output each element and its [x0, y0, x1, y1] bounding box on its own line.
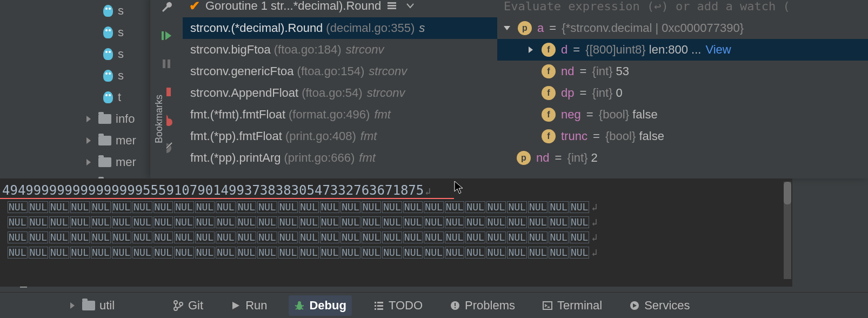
terminal-tool-button[interactable]: Terminal — [537, 295, 607, 316]
svg-rect-25 — [375, 308, 376, 310]
stack-frame[interactable]: strconv.AppendFloat (ftoa.go:54)strconv — [183, 82, 497, 104]
debug-settings-button[interactable] — [159, 0, 174, 15]
svg-rect-22 — [377, 302, 383, 303]
wrench-icon — [160, 1, 173, 14]
git-tool-button[interactable]: Git — [168, 295, 209, 316]
nul-char: NUL — [424, 216, 444, 228]
nul-char: NUL — [278, 231, 298, 243]
project-folder[interactable]: info — [0, 108, 173, 130]
nul-char: NUL — [340, 247, 360, 259]
resume-icon — [160, 29, 173, 42]
nul-char: NUL — [507, 247, 527, 259]
nul-char: NUL — [112, 247, 132, 259]
evaluate-expression-input[interactable]: Evaluate expression (↩) or add a watch ( — [497, 0, 868, 17]
nul-char: NUL — [486, 247, 506, 259]
check-icon: ✔ — [189, 0, 200, 14]
variable-name: dp — [561, 86, 574, 100]
todo-tool-button[interactable]: TODO — [368, 295, 428, 316]
project-file[interactable]: s — [0, 22, 173, 43]
project-folder[interactable]: mer — [0, 151, 173, 173]
stack-frame[interactable]: fmt.(*fmt).fmtFloat (format.go:496)fmt — [183, 104, 497, 125]
nul-char: NUL — [49, 231, 69, 243]
nul-char: NUL — [403, 247, 423, 259]
nul-char: NUL — [195, 216, 215, 228]
nul-char: NUL — [382, 231, 402, 243]
project-folder[interactable]: util — [32, 299, 151, 313]
nul-char: NUL — [237, 231, 257, 243]
nul-char: NUL — [403, 216, 423, 228]
nul-char: NUL — [278, 201, 298, 213]
services-tool-button[interactable]: Services — [624, 295, 695, 316]
nul-char: NUL — [320, 216, 340, 228]
nul-char: NUL — [362, 216, 382, 228]
services-icon — [629, 300, 640, 311]
stack-frame[interactable]: fmt.(*pp).fmtFloat (print.go:408)fmt — [183, 125, 497, 147]
stack-frame[interactable]: strconv.(*decimal).Round (decimal.go:355… — [183, 17, 497, 39]
play-icon — [230, 300, 241, 311]
editor-text-line: NULNULNULNULNULNULNULNULNULNULNULNULNULN… — [0, 213, 792, 228]
variable-row[interactable]: fnd = {int} 53 — [497, 61, 868, 82]
view-link[interactable]: View — [705, 43, 731, 56]
frame-package: s — [419, 21, 425, 35]
file-label: t — [118, 90, 121, 104]
variables-column: Evaluate expression (↩) or add a watch (… — [497, 0, 868, 178]
variable-row[interactable]: pnd = {int} 2 — [497, 147, 868, 169]
variable-row[interactable]: ftrunc = {bool} false — [497, 125, 868, 147]
project-file[interactable]: t — [0, 87, 173, 108]
chevron-down-icon — [406, 3, 415, 9]
svg-rect-1 — [163, 59, 165, 68]
editor-scrollbar-thumb[interactable] — [784, 182, 791, 204]
svg-line-17 — [295, 306, 297, 306]
go-file-icon — [103, 4, 113, 17]
nul-char: NUL — [112, 216, 132, 228]
folder-icon — [98, 114, 111, 124]
frames-thread-selector[interactable]: ✔ Goroutine 1 str...*decimal).Round — [183, 0, 497, 17]
nul-char: NUL — [549, 216, 569, 228]
debug-panel: ✔ Goroutine 1 str...*decimal).Round strc… — [150, 0, 868, 178]
variable-row[interactable]: pa = {*strconv.decimal | 0xc000077390} — [497, 17, 868, 39]
nul-char: NUL — [195, 201, 215, 213]
project-folder[interactable]: mer — [0, 173, 173, 178]
project-folder[interactable]: mer — [0, 130, 173, 151]
nul-char: NUL — [570, 201, 590, 213]
project-file[interactable]: s — [0, 0, 173, 22]
stack-frame[interactable]: strconv.genericFtoa (ftoa.go:154)strconv — [183, 61, 497, 82]
nul-char: NUL — [299, 216, 319, 228]
stack-frame[interactable]: fmt.(*pp).printArg (print.go:666)fmt — [183, 147, 497, 169]
variable-row[interactable]: fneg = {bool} false — [497, 104, 868, 125]
nul-char: NUL — [8, 231, 28, 243]
svg-line-18 — [302, 306, 304, 306]
frames-column: ✔ Goroutine 1 str...*decimal).Round strc… — [183, 0, 497, 178]
project-file[interactable]: s — [0, 65, 173, 87]
folder-icon — [98, 136, 111, 145]
svg-rect-9 — [388, 2, 396, 4]
error-underline — [0, 198, 454, 199]
nul-char: NUL — [132, 216, 152, 228]
variable-kind-badge: f — [542, 129, 556, 143]
soft-wrap-icon: ↲ — [425, 186, 431, 197]
svg-rect-24 — [377, 305, 383, 307]
nul-char: NUL — [528, 231, 548, 243]
nul-char: NUL — [507, 216, 527, 228]
run-label: Run — [245, 299, 267, 313]
variable-row[interactable]: fd = {[800]uint8} len:800 ...View — [497, 39, 868, 61]
run-tool-button[interactable]: Run — [225, 295, 272, 316]
stack-frame[interactable]: strconv.bigFtoa (ftoa.go:184)strconv — [183, 39, 497, 61]
editor-text-line: NULNULNULNULNULNULNULNULNULNULNULNULNULN… — [0, 228, 792, 243]
variable-row[interactable]: fdp = {int} 0 — [497, 82, 868, 104]
nul-char: NUL — [91, 231, 111, 243]
problems-tool-button[interactable]: Problems — [444, 295, 520, 316]
resume-button[interactable] — [159, 28, 174, 43]
nul-char: NUL — [424, 231, 444, 243]
nul-char: NUL — [528, 201, 548, 213]
project-file[interactable]: s — [0, 43, 173, 65]
frame-location: (ftoa.go:54) — [302, 86, 363, 100]
debug-tool-button[interactable]: Debug — [289, 295, 351, 316]
variable-kind-badge: f — [542, 64, 556, 78]
bookmarks-tool-tab[interactable]: Bookmarks — [151, 76, 166, 162]
pause-button[interactable] — [159, 56, 174, 71]
nul-char: NUL — [465, 231, 485, 243]
editor-area[interactable]: 4949999999999999995559107901499373838305… — [0, 178, 792, 287]
svg-rect-26 — [377, 308, 383, 310]
variable-type: {int} — [567, 151, 588, 164]
